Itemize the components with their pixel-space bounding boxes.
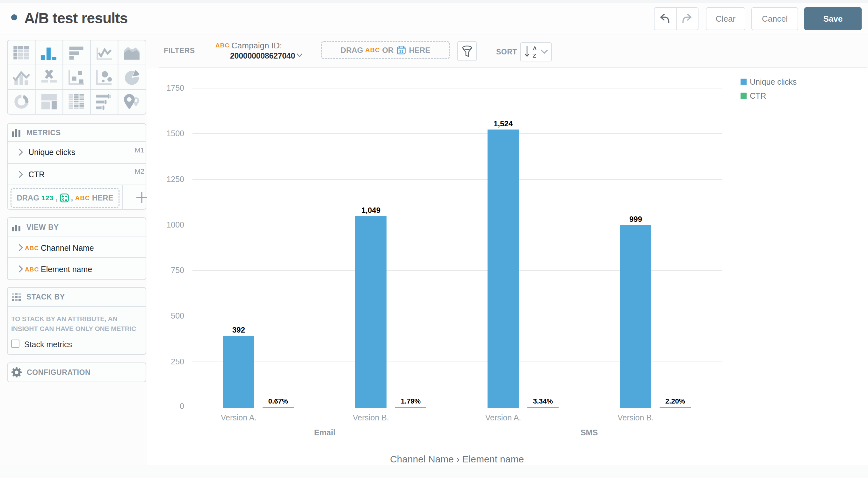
svg-text:Z: Z [533, 53, 536, 59]
svg-text:A: A [533, 45, 537, 52]
svg-text:31: 31 [399, 49, 404, 54]
